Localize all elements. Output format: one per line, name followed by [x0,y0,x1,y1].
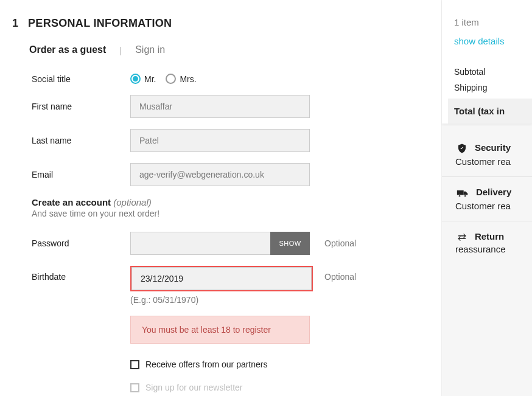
personal-info-form: Social title Mr. Mrs. First [32,74,429,186]
tab-separator: | [119,45,122,55]
show-password-button[interactable]: SHOW [270,232,310,255]
last-name-input[interactable] [130,129,310,152]
radio-mrs[interactable]: Mrs. [166,74,196,84]
checkbox-newsletter-label: Sign up for our newsletter [145,383,243,392]
section-header: 1 PERSONAL INFORMATION [12,17,429,30]
radio-mr[interactable]: Mr. [130,74,156,84]
reassurance-delivery-title: Delivery [476,187,511,197]
truck-icon [457,189,469,198]
label-social-title: Social title [32,74,130,84]
summary-card: 1 item show details Subtotal Shipping To… [442,0,532,124]
reassurance-block: Security Customer rea Delivery Customer … [442,142,532,264]
radio-mr-label: Mr. [144,74,156,84]
summary-total-label: Total (tax in [448,99,532,123]
summary-item-count: 1 item [454,17,532,27]
tab-guest[interactable]: Order as a guest [29,44,106,55]
first-name-input[interactable] [130,95,310,118]
birthdate-error-highlight [130,266,313,291]
auth-tabs: Order as a guest | Sign in [29,44,429,55]
create-account-sub: And save time on your next order! [32,209,429,218]
svg-rect-0 [457,190,464,195]
reassurance-return-title: Return [475,231,504,241]
label-birthdate: Birthdate [32,266,130,282]
social-title-radios: Mr. Mrs. [130,74,310,84]
checkbox-newsletter[interactable] [130,383,139,392]
reassurance-security: Security Customer rea [442,142,532,176]
radio-mrs-label: Mrs. [180,74,196,84]
reassurance-return-sub: reassurance [455,244,532,254]
reassurance-delivery-sub: Customer rea [455,201,532,211]
summary-subtotal-label: Subtotal [454,67,532,77]
reassurance-security-title: Security [475,142,511,153]
label-password: Password [32,238,130,248]
order-summary-sidebar: 1 item show details Subtotal Shipping To… [442,0,532,396]
checkbox-offers-label: Receive offers from our partners [145,360,268,369]
exchange-icon [457,233,467,241]
step-number: 1 [12,17,18,30]
personal-info-section: 1 PERSONAL INFORMATION Order as a guest … [0,0,442,396]
shield-icon [457,143,467,154]
reassurance-delivery: Delivery Customer rea [442,176,532,220]
label-first-name: First name [32,102,130,111]
birthdate-input[interactable] [131,267,312,290]
label-last-name: Last name [32,136,130,145]
email-input[interactable] [130,163,310,186]
summary-shipping-label: Shipping [454,83,532,92]
radio-circle-icon [166,74,176,84]
tab-sign-in[interactable]: Sign in [135,44,165,55]
password-input[interactable] [130,232,270,255]
create-account-block: Create an account (optional) And save ti… [32,197,429,218]
age-error-message: You must be at least 18 to register [130,316,310,344]
birthdate-optional-hint: Optional [324,266,356,282]
section-title: PERSONAL INFORMATION [28,17,172,30]
label-email: Email [32,170,130,179]
radio-circle-icon [130,74,141,84]
create-account-optional: (optional) [111,197,152,207]
password-optional-hint: Optional [324,238,356,248]
reassurance-security-sub: Customer rea [455,156,532,167]
svg-point-2 [464,195,466,196]
reassurance-return: Return reassurance [442,221,532,264]
show-details-link[interactable]: show details [454,36,505,46]
svg-point-1 [458,195,460,196]
birthdate-example: (E.g.: 05/31/1970) [130,295,310,305]
create-account-title: Create an account [32,197,111,207]
checkbox-offers[interactable] [130,360,139,369]
